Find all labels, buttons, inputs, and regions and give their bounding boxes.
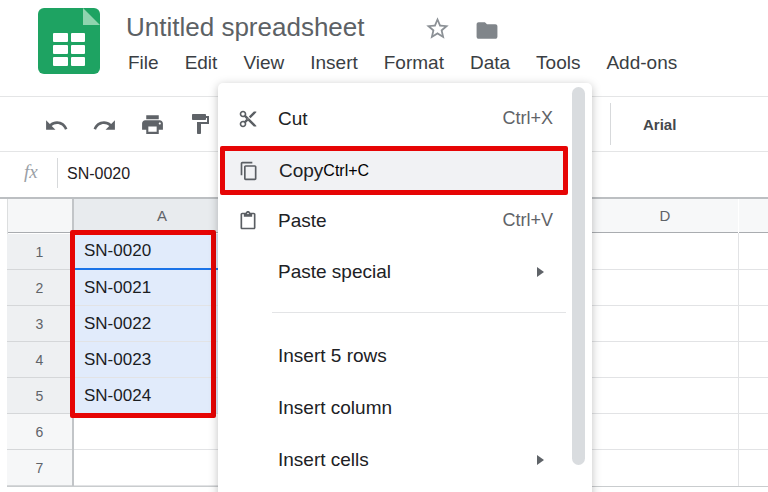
submenu-arrow-icon: [537, 455, 544, 465]
row-header-2[interactable]: 2: [7, 270, 72, 306]
menu-item-insert-5-rows[interactable]: Insert 5 rows: [218, 330, 592, 381]
column-header-d[interactable]: D: [592, 199, 738, 233]
document-title[interactable]: Untitled spreadsheet: [126, 12, 364, 43]
undo-icon[interactable]: [44, 113, 69, 142]
menu-scrollbar[interactable]: [572, 87, 585, 465]
menu-item-insert-column[interactable]: Insert column: [218, 382, 592, 433]
font-family-select[interactable]: Arial: [643, 116, 676, 133]
move-to-folder-icon[interactable]: [472, 18, 502, 47]
row-header-3[interactable]: 3: [7, 306, 72, 342]
row-header-5[interactable]: 5: [7, 378, 72, 414]
menu-item-paste-special[interactable]: Paste special: [218, 246, 592, 297]
sheets-logo-grid: [53, 33, 85, 66]
menu-item-cut[interactable]: Cut Ctrl+X: [218, 93, 592, 144]
menu-tools[interactable]: Tools: [536, 52, 580, 74]
fx-label: fx: [24, 161, 38, 183]
row-header-1[interactable]: 1: [7, 234, 72, 270]
print-icon[interactable]: [140, 112, 165, 141]
scissors-icon: [238, 109, 258, 129]
menu-item-label: Insert column: [278, 397, 392, 419]
menu-file[interactable]: File: [128, 52, 159, 74]
formula-bar-separator: [57, 158, 58, 188]
menu-item-label: Paste: [278, 210, 327, 232]
cell-a7[interactable]: [74, 450, 226, 486]
menu-item-shortcut: Ctrl+C: [323, 162, 369, 180]
cell-a2[interactable]: SN-0021: [74, 270, 226, 306]
formula-bar-input[interactable]: SN-0020: [67, 165, 130, 183]
menu-item-paste[interactable]: Paste Ctrl+V: [218, 195, 592, 246]
menu-item-shortcut: Ctrl+V: [502, 210, 553, 231]
cell-a4[interactable]: SN-0023: [74, 342, 226, 378]
menu-item-label: Insert 5 rows: [278, 345, 387, 367]
cell-a5[interactable]: SN-0024: [74, 378, 226, 414]
menu-item-copy[interactable]: Copy Ctrl+C: [220, 146, 568, 195]
toolbar-separator: [610, 103, 611, 145]
menu-item-label: Cut: [278, 108, 308, 130]
menu-item-label: Paste special: [278, 261, 391, 283]
cell-a3[interactable]: SN-0022: [74, 306, 226, 342]
sheets-logo-fold: [83, 8, 100, 25]
sheets-window: Untitled spreadsheet File Edit View Inse…: [0, 0, 768, 492]
copy-icon: [239, 161, 259, 181]
paint-format-icon[interactable]: [188, 112, 212, 140]
menu-separator: [272, 312, 566, 313]
sheets-logo-icon[interactable]: [38, 8, 100, 74]
menu-item-insert-cells[interactable]: Insert cells: [218, 434, 592, 485]
column-header-e[interactable]: [739, 199, 768, 233]
menu-data[interactable]: Data: [470, 52, 510, 74]
row-header-6[interactable]: 6: [7, 414, 72, 450]
select-all-corner[interactable]: [7, 199, 72, 233]
column-d-e-gridline: [738, 233, 739, 486]
menubar: File Edit View Insert Format Data Tools …: [128, 52, 677, 74]
edit-context-menu: Cut Ctrl+X Paste Ctrl+V Paste special In…: [218, 83, 592, 492]
star-icon[interactable]: [424, 15, 451, 46]
menu-edit[interactable]: Edit: [185, 52, 218, 74]
redo-icon[interactable]: [92, 113, 117, 142]
paste-icon: [238, 211, 258, 231]
cell-a6[interactable]: [74, 414, 226, 450]
menu-format[interactable]: Format: [384, 52, 444, 74]
menu-addons[interactable]: Add-ons: [606, 52, 677, 74]
cell-a1[interactable]: SN-0020: [74, 234, 226, 270]
row-header-4[interactable]: 4: [7, 342, 72, 378]
menu-item-shortcut: Ctrl+X: [502, 108, 553, 129]
menu-item-label: Insert cells: [278, 449, 369, 471]
menu-insert[interactable]: Insert: [310, 52, 358, 74]
menu-view[interactable]: View: [243, 52, 284, 74]
submenu-arrow-icon: [537, 267, 544, 277]
row-header-7[interactable]: 7: [7, 450, 72, 486]
menu-item-label: Copy: [279, 160, 323, 182]
